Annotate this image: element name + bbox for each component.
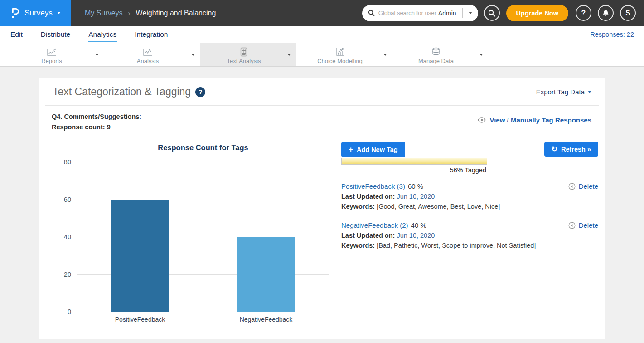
upgrade-now-button[interactable]: Upgrade Now (506, 5, 568, 21)
y-axis-tick-label: 60 (64, 196, 71, 203)
chevron-down-icon[interactable] (383, 54, 392, 56)
chevron-down-icon (469, 12, 472, 14)
breadcrumb-parent[interactable]: My Surveys (85, 9, 123, 17)
keywords-value: [Good, Great, Awesome, Best, Love, Nice] (377, 203, 500, 210)
breadcrumb-current: Weighting and Balancing (136, 9, 216, 17)
response-count-chart: Response Count for Tags 020406080Positiv… (52, 137, 336, 312)
x-axis-tick (77, 312, 77, 316)
avatar-initial: S (625, 9, 630, 17)
x-axis-category-label: PositiveFeedback (115, 316, 165, 323)
product-switcher[interactable]: Surveys (0, 0, 71, 26)
y-axis-tick-label: 40 (64, 233, 71, 240)
bell-icon (602, 10, 609, 17)
tag-percent: 60 % (408, 182, 423, 190)
keywords-label: Keywords: (341, 242, 375, 249)
search-icon (368, 10, 375, 16)
y-axis-tick-label: 20 (64, 271, 71, 278)
circled-x-icon (568, 183, 576, 190)
circled-x-icon (568, 222, 576, 229)
tag-entry: PositiveFeedback (3) 60 % Delete Last Up… (341, 178, 598, 217)
tagging-body: Response Count for Tags 020406080Positiv… (39, 137, 605, 312)
text-tagging-card: Text Categorization & Tagging ? Export T… (39, 78, 605, 339)
add-new-tag-label: Add New Tag (357, 146, 398, 153)
keywords-value: [Bad, Pathetic, Worst, Scope to improve,… (377, 242, 536, 249)
tag-keywords-line: Keywords: [Bad, Pathetic, Worst, Scope t… (341, 242, 598, 249)
analytics-toolbar: Reports Analysis Text Analysis Choice Mo… (0, 43, 644, 67)
plus-icon: + (349, 146, 353, 153)
delete-tag-button[interactable]: Delete (568, 182, 598, 190)
x-axis-tick (329, 312, 329, 316)
text-analysis-icon (240, 47, 248, 57)
tab-distribute[interactable]: Distribute (40, 26, 71, 42)
question-title: Q4. Comments/Suggestions: (52, 112, 141, 122)
toolbar-item-reports[interactable]: Reports (8, 43, 104, 66)
bar-NegativeFeedback[interactable] (237, 237, 295, 312)
toolbar-item-manage-data[interactable]: Manage Data (392, 43, 489, 66)
tab-integration[interactable]: Integration (134, 26, 168, 42)
toolbar-label: Choice Modelling (317, 58, 363, 64)
export-tag-data-dropdown[interactable]: Export Tag Data (536, 88, 591, 96)
help-tooltip-icon[interactable]: ? (195, 87, 205, 97)
toolbar-label: Manage Data (418, 58, 454, 64)
analysis-chart-icon (142, 47, 153, 57)
tag-entry: NegativeFeedback (2) 40 % Delete Last Up… (341, 217, 598, 256)
card-header: Text Categorization & Tagging ? Export T… (45, 78, 599, 106)
tagged-progress-fill (342, 158, 487, 164)
tag-updated-line: Last Updated on: Jun 10, 2020 (341, 232, 598, 239)
updated-label: Last Updated on: (341, 193, 395, 200)
toolbar-label: Analysis (137, 58, 159, 64)
tag-name-link[interactable]: PositiveFeedback (3) (341, 182, 405, 190)
view-manually-tag-label: View / Manually Tag Responses (489, 116, 591, 124)
tab-analytics[interactable]: Analytics (88, 26, 117, 42)
tag-updated-line: Last Updated on: Jun 10, 2020 (341, 193, 598, 200)
tagged-percent-label: 56% Tagged (341, 167, 487, 174)
product-name: Surveys (24, 9, 52, 18)
updated-label: Last Updated on: (341, 232, 395, 239)
delete-label: Delete (579, 221, 598, 229)
updated-value: Jun 10, 2020 (397, 193, 435, 200)
page-content: Text Categorization & Tagging ? Export T… (0, 67, 644, 343)
question-mark-icon: ? (581, 9, 586, 17)
global-search: Admin (362, 5, 478, 21)
database-icon (431, 47, 441, 57)
page-title: Text Categorization & Tagging (53, 86, 191, 98)
search-button[interactable] (484, 5, 500, 21)
view-manually-tag-link[interactable]: View / Manually Tag Responses (478, 112, 591, 132)
global-search-input[interactable] (378, 10, 436, 16)
questionpro-logo-icon (10, 7, 20, 20)
notifications-button[interactable] (598, 5, 614, 21)
delete-tag-button[interactable]: Delete (568, 221, 598, 229)
bar-PositiveFeedback[interactable] (111, 200, 169, 312)
chart-plot: 020406080PositiveFeedbackNegativeFeedbac… (77, 162, 329, 312)
tagged-progress-bar (341, 158, 487, 165)
refresh-label: Refresh » (561, 146, 591, 153)
tag-list: PositiveFeedback (3) 60 % Delete Last Up… (341, 178, 598, 256)
chevron-down-icon[interactable] (287, 54, 296, 56)
search-scope-dropdown[interactable] (463, 5, 478, 21)
chevron-down-icon[interactable] (191, 54, 200, 56)
survey-nav: Edit Distribute Analytics Integration Re… (0, 26, 644, 43)
toolbar-item-analysis[interactable]: Analysis (104, 43, 200, 66)
chart-title: Response Count for Tags (52, 143, 336, 152)
choice-modelling-icon (335, 47, 345, 57)
chevron-down-icon (57, 12, 61, 14)
chevron-down-icon[interactable] (95, 54, 104, 56)
add-new-tag-button[interactable]: + Add New Tag (341, 142, 405, 157)
tab-edit[interactable]: Edit (10, 26, 23, 42)
top-bar: Surveys My Surveys › Weighting and Balan… (0, 0, 644, 26)
tag-name-link[interactable]: NegativeFeedback (2) (341, 221, 408, 229)
x-axis-category-label: NegativeFeedback (240, 316, 293, 323)
search-scope-label: Admin (436, 10, 462, 17)
user-avatar[interactable]: S (620, 5, 636, 21)
chevron-down-icon[interactable] (479, 54, 489, 56)
eye-icon (478, 117, 486, 123)
refresh-button[interactable]: ↻ Refresh » (544, 142, 599, 157)
help-button[interactable]: ? (576, 5, 591, 21)
refresh-icon: ↻ (552, 146, 557, 153)
tags-panel: + Add New Tag ↻ Refresh » 56% Tagged (336, 137, 599, 312)
toolbar-item-text-analysis[interactable]: Text Analysis (200, 43, 296, 66)
toolbar-item-choice-modelling[interactable]: Choice Modelling (296, 43, 392, 66)
y-axis-tick-label: 0 (68, 308, 71, 315)
delete-label: Delete (579, 182, 598, 190)
chevron-down-icon (588, 91, 591, 93)
